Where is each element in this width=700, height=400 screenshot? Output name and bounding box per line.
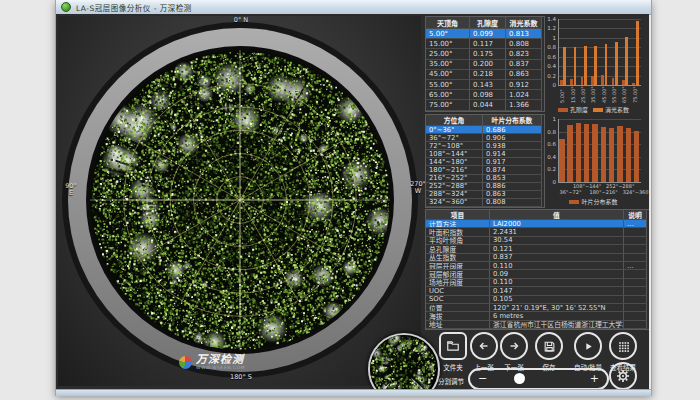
table-row[interactable]: 平均叶倾角30.54 [426, 237, 649, 245]
segmentation-slider[interactable]: − + [468, 368, 609, 390]
y-tick-label: 0.8 [545, 44, 556, 50]
segmented-preview-thumbnail[interactable] [368, 333, 440, 390]
table-cell: 地址 [426, 321, 490, 329]
bar [563, 47, 566, 85]
bar [622, 80, 625, 85]
chart-legend: 孔隙度消光系数 [545, 105, 642, 114]
table-cell [624, 279, 647, 287]
table-row[interactable]: 位置120° 21' 0.19"E, 30° 16' 52.55"N [426, 304, 649, 312]
bar [576, 123, 581, 182]
table-row[interactable]: 45.00°0.2180.863 [426, 70, 544, 80]
table-row[interactable]: 冠层开阔度0.110… [426, 262, 649, 270]
x-tick-label: 55.00° [612, 86, 617, 103]
azimuth-table: 方位角叶片分布系数0°~36°0.68636°~72°0.90672°~108°… [425, 114, 545, 208]
screen: LA-S冠层图像分析仪 - 万深检测 0° N 180° S 90°E 270°… [0, 0, 700, 400]
table-cell: 108°~144° [426, 150, 483, 158]
compass-north-label: 0° N [223, 17, 259, 24]
table-row[interactable]: 冠层郁闭度0.09 [426, 270, 649, 278]
table-row[interactable]: 65.00°0.0981.024 [426, 90, 544, 100]
auto-batch-button[interactable]: 自动/批量 [570, 332, 606, 372]
table-row[interactable]: 计算方法LAI2000… [426, 220, 649, 228]
canopy-view-panel: 0° N 180° S 90°E 270°W [58, 16, 421, 386]
titlebar[interactable]: LA-S冠层图像分析仪 - 万深检测 [56, 0, 651, 15]
table-row[interactable]: 216°~252°0.853 [426, 175, 544, 183]
table-cell: 0.686 [483, 126, 542, 134]
bar [601, 127, 606, 182]
table-row[interactable]: 36°~72°0.906 [426, 134, 544, 142]
table-cell: 0.110 [490, 279, 624, 287]
table-cell: 0.823 [506, 49, 542, 59]
table-cell: 0.912 [506, 80, 542, 90]
next-button[interactable]: 下一张 [496, 332, 532, 372]
x-tick-label: 75.00° [633, 86, 638, 103]
table-row[interactable]: 55.00°0.1430.912 [426, 80, 544, 90]
table-cell: 冠层郁闭度 [426, 270, 490, 278]
table-row[interactable]: 总孔隙度0.121 [426, 245, 649, 253]
brand-site: WWW.WSEEN.COM [196, 365, 245, 370]
table-cell: 0.099 [470, 29, 506, 39]
table-cell: 场地开阔度 [426, 279, 490, 287]
table-cell: … [624, 220, 647, 228]
table-row[interactable]: 丛生指数0.837 [426, 254, 649, 262]
x-tick-label: 45.00° [602, 86, 607, 103]
table-row[interactable]: 252°~288°0.886 [426, 183, 544, 191]
canopy-fisheye-image[interactable] [90, 50, 390, 350]
zenith-angle-table: 天顶角孔隙度消光系数5.00°0.0990.81315.00°0.1170.80… [425, 16, 545, 112]
table-row[interactable]: 75.00°0.0441.366 [426, 100, 544, 110]
table-cell: 位置 [426, 304, 490, 312]
table-cell: 0.837 [506, 60, 542, 70]
table-row[interactable]: UOC0.147 [426, 287, 649, 295]
table-cell: 海拔 [426, 312, 490, 320]
table-row[interactable]: 72°~108°0.938 [426, 142, 544, 150]
table-row[interactable]: 25.00°0.1750.823 [426, 49, 544, 59]
table-row[interactable]: 海拔6 metres [426, 312, 649, 320]
compass-south-label: 180° S [220, 374, 262, 381]
table-cell: 0.863 [506, 70, 542, 80]
settings-button[interactable]: 设置 [605, 362, 641, 390]
column-header: 叶片分布系数 [483, 115, 542, 126]
table-row[interactable]: 地址浙江省杭州市江干区白杨街道浙江理工大学格勤东巷 [426, 321, 649, 329]
table-cell: 0.044 [470, 100, 506, 110]
table-row[interactable]: SOC0.105 [426, 296, 649, 304]
bar [592, 124, 597, 182]
table-cell [624, 287, 647, 295]
table-row[interactable]: 324°~360°0.808 [426, 199, 544, 207]
table-cell: 平均叶倾角 [426, 237, 490, 245]
slider-plus-button[interactable]: + [590, 372, 599, 386]
column-header: 值 [490, 210, 624, 220]
bar [617, 126, 622, 182]
table-cell: 0.808 [483, 199, 542, 207]
table-row[interactable]: 叶面积指数2.2431 [426, 228, 649, 236]
table-row[interactable]: 15.00°0.1170.808 [426, 39, 544, 49]
table-cell: 144°~180° [426, 158, 483, 166]
porosity-extinction-chart: 00.20.40.60.811.21.45.00°15.00°25.00°35.… [545, 17, 642, 113]
table-row[interactable]: 288°~324°0.863 [426, 191, 544, 199]
bar [634, 131, 639, 182]
bar [626, 128, 631, 182]
x-tick-label: 180°~216° [590, 189, 618, 195]
table-cell: 45.00° [426, 70, 470, 80]
save-button[interactable]: 保存 [531, 332, 567, 372]
y-tick-label: 0.6 [545, 141, 556, 147]
column-header: 天顶角 [426, 17, 470, 29]
slider-knob[interactable] [514, 373, 525, 384]
table-cell: 叶面积指数 [426, 228, 490, 236]
table-row[interactable]: 场地开阔度0.110 [426, 279, 649, 287]
table-row[interactable]: 108°~144°0.914 [426, 150, 544, 158]
table-cell: 0.105 [490, 296, 624, 304]
table-cell: 0.886 [483, 183, 542, 191]
column-header: 方位角 [426, 115, 483, 126]
table-cell: UOC [426, 287, 490, 295]
slider-minus-button[interactable]: − [478, 372, 487, 386]
content-area: 0° N 180° S 90°E 270°W 天顶角孔隙度消光系数5.00°0.… [56, 14, 649, 390]
table-cell: 65.00° [426, 90, 470, 100]
x-tick-label: 36°~72° [559, 189, 581, 195]
table-row[interactable]: 144°~180°0.917 [426, 158, 544, 166]
bar [612, 78, 615, 85]
table-row[interactable]: 180°~216°0.874 [426, 166, 544, 174]
table-row[interactable]: 0°~36°0.686 [426, 126, 544, 134]
table-row[interactable]: 35.00°0.2000.837 [426, 60, 544, 70]
table-cell: 0.914 [483, 150, 542, 158]
leaf-distribution-chart: 00.20.40.60.8136°~72°108°~144°180°~216°2… [545, 117, 642, 205]
table-row[interactable]: 5.00°0.0990.813 [426, 29, 544, 39]
